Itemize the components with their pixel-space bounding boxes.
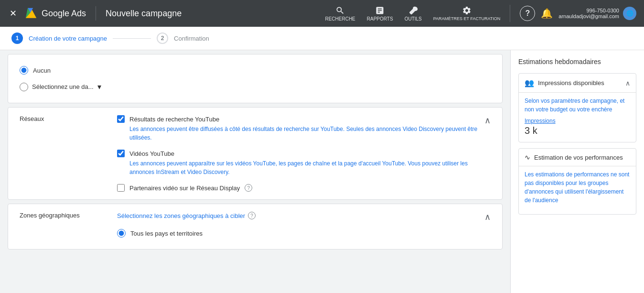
youtube-search-description: Les annonces peuvent être diffusées à cô…	[129, 125, 484, 142]
user-avatar: 🌐	[623, 7, 636, 20]
reseaux-section-label: Réseaux	[20, 115, 106, 122]
display-partners-row[interactable]: Partenaires vidéo sur le Réseau Display …	[117, 184, 484, 192]
user-email: arnauldadjovi@gmail.com	[558, 13, 619, 19]
top-navigation: ✕ Google Ads Nouvelle campagne RECHERCHE…	[0, 0, 644, 27]
step-indicator: 1 Création de votre campagne 2 Confirmat…	[0, 27, 644, 50]
youtube-search-checkbox[interactable]	[117, 115, 125, 123]
tools-icon	[408, 6, 418, 15]
impressions-metric-value: 3 k	[525, 125, 630, 136]
sidebar-title: Estimations hebdomadaires	[518, 58, 636, 65]
impressions-header-left: 👥 Impressions disponibles	[525, 78, 604, 87]
radio-date-label: Sélectionnez une da...	[32, 83, 94, 90]
chart-icon: ∿	[525, 153, 530, 161]
settings-nav-item[interactable]: PARAMÈTRES ET FACTURATION	[433, 6, 501, 21]
content-area: Aucun Sélectionnez une da... ▾ Réseaux	[0, 50, 510, 293]
people-icon: 👥	[525, 78, 534, 87]
zones-content: Sélectionnez les zones géographiques à c…	[117, 212, 491, 241]
zones-collapse-button[interactable]: ∧	[484, 212, 491, 222]
performance-card-header[interactable]: ∿ Estimation de vos performances	[519, 149, 636, 166]
step-connector	[113, 38, 151, 39]
youtube-search-label: Résultats de recherche YouTube	[129, 116, 219, 123]
tools-nav-label: OUTILS	[405, 16, 422, 22]
step2-circle: 2	[157, 33, 168, 44]
logo: Google Ads	[24, 7, 86, 20]
zones-all-radio[interactable]	[117, 229, 126, 238]
reseaux-section-top: Résultats de recherche YouTube Les annon…	[117, 115, 491, 192]
main-layout: Aucun Sélectionnez une da... ▾ Réseaux	[0, 50, 644, 293]
user-phone: 996-750-0300	[586, 8, 619, 13]
impressions-card-label: Impressions disponibles	[538, 79, 604, 87]
radio-aucun-row[interactable]: Aucun	[20, 62, 491, 78]
dropdown-arrow-icon[interactable]: ▾	[97, 82, 101, 91]
performance-description: Les estimations de performances ne sont …	[525, 170, 630, 205]
youtube-videos-label: Vidéos YouTube	[129, 150, 174, 157]
impressions-card: 👥 Impressions disponibles ∧ Selon vos pa…	[518, 73, 636, 142]
performance-card-content: Les estimations de performances ne sont …	[519, 166, 636, 214]
reports-nav-label: RAPPORTS	[367, 16, 393, 22]
display-partners-label: Partenaires vidéo sur le Réseau Display	[129, 184, 240, 192]
zones-help-icon[interactable]: ?	[248, 212, 256, 219]
reseaux-collapse-button[interactable]: ∧	[484, 115, 491, 126]
radio-section-card: Aucun Sélectionnez une da... ▾	[8, 54, 503, 103]
settings-nav-label: PARAMÈTRES ET FACTURATION	[433, 16, 501, 21]
help-button[interactable]: ?	[520, 6, 535, 21]
zones-header: Zones géographiques Sélectionnez les zon…	[8, 204, 502, 249]
reports-icon	[375, 6, 385, 15]
zones-section-label: Zones géographiques	[20, 212, 106, 219]
reseaux-header: Réseaux Résultats de recherche YouTube L…	[8, 108, 502, 199]
impressions-metric-label[interactable]: Impressions	[525, 118, 630, 124]
reseaux-content: Résultats de recherche YouTube Les annon…	[117, 115, 491, 192]
reseaux-card: Réseaux Résultats de recherche YouTube L…	[8, 107, 503, 200]
youtube-videos-checkbox-row[interactable]: Vidéos YouTube	[117, 150, 484, 157]
performance-card: ∿ Estimation de vos performances Les est…	[518, 148, 636, 215]
display-partners-checkbox[interactable]	[117, 184, 125, 192]
zones-all-label: Tous les pays et territoires	[130, 230, 203, 237]
close-button[interactable]: ✕	[8, 6, 19, 21]
youtube-search-checkbox-row[interactable]: Résultats de recherche YouTube	[117, 115, 484, 123]
zones-section-top: Sélectionnez les zones géographiques à c…	[117, 212, 491, 241]
step1-label: Création de votre campagne	[29, 35, 107, 42]
impressions-card-content: Selon vos paramètres de campagne, et non…	[519, 92, 636, 142]
radio-aucun-label: Aucun	[33, 67, 51, 74]
settings-icon	[462, 6, 472, 15]
radio-section: Aucun Sélectionnez une da... ▾	[8, 54, 502, 103]
notifications-button[interactable]: 🔔	[541, 8, 553, 19]
performance-card-label: Estimation de vos performances	[534, 154, 623, 161]
tools-nav-item[interactable]: OUTILS	[405, 6, 422, 22]
campaign-title: Nouvelle campagne	[106, 9, 182, 19]
nav-divider	[96, 6, 96, 21]
nav-icons-group: RECHERCHE RAPPORTS OUTILS PARAMÈTRES ET …	[325, 6, 500, 22]
radio-aucun-input[interactable]	[20, 66, 28, 75]
youtube-videos-checkbox[interactable]	[117, 150, 125, 157]
step1-circle: 1	[11, 33, 23, 44]
step2-label: Confirmation	[174, 35, 209, 42]
reports-nav-item[interactable]: RAPPORTS	[367, 6, 393, 22]
impressions-collapse-icon[interactable]: ∧	[625, 79, 630, 87]
impressions-card-header[interactable]: 👥 Impressions disponibles ∧	[519, 74, 636, 92]
nav-divider2	[510, 5, 510, 22]
sidebar: Estimations hebdomadaires 👥 Impressions …	[510, 50, 644, 293]
search-nav-item[interactable]: RECHERCHE	[325, 6, 355, 22]
impressions-description: Selon vos paramètres de campagne, et non…	[525, 97, 630, 114]
radio-date-input[interactable]	[20, 83, 28, 91]
zones-prompt[interactable]: Sélectionnez les zones géographiques à c…	[117, 212, 484, 219]
user-info[interactable]: 996-750-0300 arnauldadjovi@gmail.com 🌐	[558, 7, 636, 20]
zones-inner: Sélectionnez les zones géographiques à c…	[117, 212, 484, 241]
search-icon	[335, 6, 345, 15]
youtube-videos-description: Les annonces peuvent apparaître sur les …	[129, 159, 484, 176]
radio-date-row[interactable]: Sélectionnez une da... ▾	[20, 78, 491, 95]
display-help-icon[interactable]: ?	[245, 184, 252, 192]
zones-all-radio-row[interactable]: Tous les pays et territoires	[117, 225, 484, 241]
reseaux-checkboxes: Résultats de recherche YouTube Les annon…	[117, 115, 484, 192]
app-name: Google Ads	[42, 9, 86, 19]
google-ads-logo-icon	[24, 7, 38, 20]
zones-card: Zones géographiques Sélectionnez les zon…	[8, 204, 503, 250]
search-nav-label: RECHERCHE	[325, 16, 355, 22]
